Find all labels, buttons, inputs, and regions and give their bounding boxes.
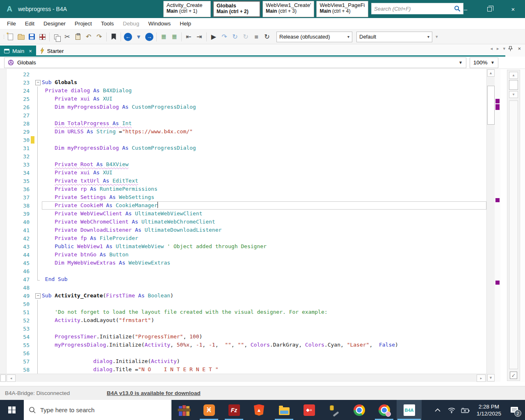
- line-number[interactable]: 27: [0, 112, 30, 119]
- tab-scroll-left-icon[interactable]: ◂: [490, 46, 493, 51]
- taskbar-app-filezilla[interactable]: Fz: [221, 400, 247, 420]
- menu-project[interactable]: Project: [70, 19, 96, 28]
- line-number[interactable]: 44: [0, 252, 30, 258]
- code-text[interactable]: Private WebViewClient As UltimateWebView…: [42, 210, 486, 218]
- line-number[interactable]: 56: [0, 350, 30, 356]
- code-text[interactable]: Private dialog As B4XDialog: [42, 87, 486, 95]
- chevron-down-icon[interactable]: ▾: [347, 34, 349, 39]
- scroll-up-icon[interactable]: ▲: [487, 69, 495, 77]
- code-line-29[interactable]: 29Dim URLSS As String ="https://www.b4x.…: [0, 128, 486, 136]
- menu-designer[interactable]: Designer: [39, 19, 70, 28]
- code-line-56[interactable]: 56: [0, 349, 486, 357]
- open-folder-icon[interactable]: [16, 32, 26, 42]
- toolbar-overflow[interactable]: ▾: [436, 34, 438, 39]
- restart-icon[interactable]: ↻: [262, 32, 272, 42]
- code-line-37[interactable]: 37Private Settings As WebSettings: [0, 193, 486, 201]
- code-text[interactable]: Dim myProgressDialog As CustomProgressDi…: [42, 103, 486, 111]
- code-line-41[interactable]: 41Private DownloadListener As UltimateDo…: [0, 226, 486, 234]
- menu-file[interactable]: File: [2, 19, 21, 28]
- doc-tab-main[interactable]: Main×: [0, 46, 36, 57]
- splitter-grip[interactable]: [0, 374, 6, 382]
- code-line-46[interactable]: 46: [0, 267, 486, 275]
- close-button[interactable]: ×: [501, 0, 525, 18]
- line-number[interactable]: 28: [0, 121, 30, 127]
- line-number[interactable]: 32: [0, 153, 30, 160]
- code-text[interactable]: [42, 349, 486, 357]
- code-text[interactable]: [42, 152, 486, 160]
- code-text[interactable]: Private Root As B4XView: [42, 160, 486, 169]
- line-number[interactable]: 47: [0, 276, 30, 283]
- code-text[interactable]: Private fp As FileProvider: [42, 234, 486, 242]
- code-line-32[interactable]: 32: [0, 152, 486, 160]
- step-over-icon[interactable]: ↻: [230, 32, 240, 42]
- search-box[interactable]: Search (Ctrl+F): [371, 3, 463, 14]
- step-into-icon[interactable]: ↻: [240, 32, 251, 42]
- indent-icon[interactable]: ⇥: [194, 32, 205, 42]
- line-number[interactable]: 26: [0, 104, 30, 110]
- line-number[interactable]: 25: [0, 96, 30, 102]
- code-line-28[interactable]: 28Dim TotalProgress As Int: [0, 119, 486, 128]
- code-text[interactable]: [42, 267, 486, 275]
- code-line-38[interactable]: 38Private CookieM As CookieManager: [0, 201, 486, 210]
- code-line-58[interactable]: 58dialog.Title ="N O I N T E R N E T ": [0, 365, 486, 374]
- pin-icon[interactable]: [508, 46, 513, 51]
- code-text[interactable]: dialog.Title ="N O I N T E R N E T ": [42, 365, 486, 374]
- code-editor[interactable]: 2223Sub Globals24Private dialog As B4XDi…: [0, 69, 486, 374]
- line-number[interactable]: 36: [0, 186, 30, 192]
- line-number[interactable]: 45: [0, 260, 30, 266]
- line-number[interactable]: 53: [0, 326, 30, 332]
- code-line-43[interactable]: 43Public WebView1 As UltimateWebView ' O…: [0, 242, 486, 251]
- vertical-scrollbar[interactable]: ▲ ▼: [486, 69, 495, 382]
- code-line-55[interactable]: 55myProgressDialog.Initialize(Activity, …: [0, 341, 486, 349]
- line-number[interactable]: 40: [0, 219, 30, 225]
- save-icon[interactable]: [26, 32, 37, 42]
- code-text[interactable]: Dim MyWebViewExtras As WebViewExtras: [42, 259, 486, 267]
- code-line-39[interactable]: 39Private WebViewClient As UltimateWebVi…: [0, 210, 486, 218]
- code-line-48[interactable]: 48: [0, 283, 486, 292]
- code-line-34[interactable]: 34Private xui As XUI: [0, 169, 486, 177]
- update-download-link[interactable]: B4A v13.0 is available for download: [107, 390, 200, 396]
- code-text[interactable]: myProgressDialog.Initialize(Activity, 50…: [42, 341, 486, 349]
- panel-scrollbar-thumb[interactable]: [509, 80, 518, 90]
- wifi-icon[interactable]: [445, 400, 458, 420]
- taskbar-app-winrar[interactable]: [171, 400, 196, 420]
- code-line-23[interactable]: 23Sub Globals: [0, 78, 486, 87]
- redo-icon[interactable]: ↷: [94, 32, 105, 42]
- code-text[interactable]: [42, 324, 486, 333]
- code-text[interactable]: Activity.LoadLayout("frmstart"): [42, 316, 486, 324]
- code-text[interactable]: Private WebChromeClient As UltimateWebCh…: [42, 218, 486, 226]
- taskbar-app-file-explorer[interactable]: [272, 400, 297, 420]
- restore-button[interactable]: [477, 0, 501, 18]
- quick-sub-tab-1[interactable]: Activity_CreateMain (ctrl + 1): [163, 1, 211, 17]
- line-number[interactable]: 48: [0, 285, 30, 291]
- line-number[interactable]: 55: [0, 342, 30, 348]
- paste-icon[interactable]: [73, 32, 83, 42]
- chevron-down-icon[interactable]: ▾: [427, 34, 429, 39]
- taskbar-search-box[interactable]: Type here to search: [24, 400, 171, 420]
- line-number[interactable]: 22: [0, 71, 30, 78]
- tray-chevron-up-icon[interactable]: [431, 400, 444, 420]
- line-number[interactable]: 49: [0, 293, 30, 299]
- code-text[interactable]: Dim TotalProgress As Int: [42, 119, 486, 128]
- code-text[interactable]: dialog.Initialize(Activity): [42, 357, 486, 365]
- code-line-57[interactable]: 57dialog.Initialize(Activity): [0, 357, 486, 365]
- line-number[interactable]: 38: [0, 203, 30, 209]
- code-text[interactable]: Private txtUrl As EditText: [42, 177, 486, 185]
- line-number[interactable]: 58: [0, 367, 30, 373]
- taskbar-app-sql-tools-app[interactable]: [322, 400, 347, 420]
- code-line-50[interactable]: 50: [0, 300, 486, 308]
- code-text[interactable]: Public WebView1 As UltimateWebView ' Obj…: [42, 242, 486, 251]
- code-text[interactable]: End Sub: [42, 275, 486, 283]
- quick-sub-tab-3[interactable]: WebView1_Create'Main (ctrl + 3): [262, 1, 314, 17]
- panel-splitter[interactable]: [500, 69, 507, 382]
- cut-icon[interactable]: ✂: [62, 32, 73, 42]
- line-number[interactable]: 34: [0, 170, 30, 176]
- code-text[interactable]: [42, 283, 486, 292]
- code-text[interactable]: Dim myProgressDialog As CustomProgressDi…: [42, 144, 486, 152]
- line-number[interactable]: 35: [0, 178, 30, 184]
- line-number[interactable]: 37: [0, 194, 30, 201]
- copy-icon[interactable]: [51, 32, 62, 42]
- line-number[interactable]: 50: [0, 301, 30, 307]
- stop-icon[interactable]: ■: [251, 32, 262, 42]
- code-text[interactable]: [42, 136, 486, 144]
